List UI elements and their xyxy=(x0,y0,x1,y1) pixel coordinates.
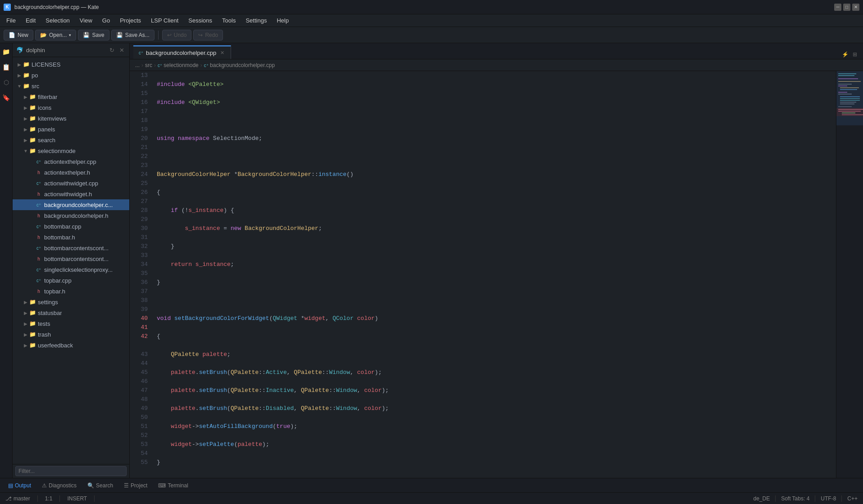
diagnostics-label: Diagnostics xyxy=(49,482,77,489)
filetree-close-button[interactable]: ✕ xyxy=(118,46,126,54)
save-as-icon: 💾 xyxy=(116,32,123,38)
panel-tab-diagnostics[interactable]: ⚠ Diagnostics xyxy=(37,481,81,490)
status-sep-5 xyxy=(815,495,815,502)
maximize-button[interactable]: □ xyxy=(843,4,850,11)
tree-item-tests[interactable]: ▶ 📁 tests xyxy=(13,318,129,329)
file-tree-panel: 🐬 dolphin ↻ ✕ ▶ 📁 LICENSES ▶ 📁 po xyxy=(13,43,130,478)
sidebar-icon-bookmarks[interactable]: 🔖 xyxy=(1,93,11,103)
tree-item-bottombarcontentscont2[interactable]: h bottombarcontentscont... xyxy=(13,253,129,264)
tree-item-actionwithwidget-h[interactable]: h actionwithwidget.h xyxy=(13,189,129,199)
save-button[interactable]: 💾 Save xyxy=(78,30,109,40)
status-language[interactable]: C++ xyxy=(845,494,859,503)
tree-item-bottombar-cpp[interactable]: c⁺ bottombar.cpp xyxy=(13,221,129,232)
filetree-refresh-button[interactable]: ↻ xyxy=(108,46,116,54)
breadcrumb-src[interactable]: src xyxy=(145,62,152,68)
close-button[interactable]: ✕ xyxy=(852,4,859,11)
status-sep-2 xyxy=(59,495,60,502)
status-mode[interactable]: INSERT xyxy=(65,494,89,503)
sidebar-icon-documents[interactable]: 📋 xyxy=(1,62,11,72)
tree-item-topbar-cpp[interactable]: c⁺ topbar.cpp xyxy=(13,275,129,286)
tree-item-search[interactable]: ▶ 📁 search xyxy=(13,135,129,145)
minimize-button[interactable]: ─ xyxy=(834,4,841,11)
code-editor[interactable]: 13 14 15 16 17 18 19 20 21 22 23 24 25 2… xyxy=(130,71,836,478)
new-button[interactable]: 📄 New xyxy=(4,30,33,40)
tree-item-backgroundcolorhelper-cpp[interactable]: c⁺ backgroundcolorhelper.c... xyxy=(13,199,129,210)
terminal-label: Terminal xyxy=(168,482,188,489)
filetree-filter-input[interactable] xyxy=(15,466,127,476)
toolbar: 📄 New 📂 Open... ▾ 💾 Save 💾 Save As... ↩ … xyxy=(0,27,863,43)
menu-lsp-client[interactable]: LSP Client xyxy=(146,15,183,26)
breadcrumb-file[interactable]: c⁺ backgroundcolorhelper.cpp xyxy=(204,62,275,68)
menu-help[interactable]: Help xyxy=(272,15,293,26)
tree-item-kitemviews[interactable]: ▶ 📁 kitemviews xyxy=(13,113,129,124)
locale-label: de_DE xyxy=(753,495,770,502)
tree-item-bottombar-h[interactable]: h bottombar.h xyxy=(13,232,129,243)
breadcrumb-ellipsis[interactable]: ... xyxy=(135,62,140,68)
sidebar-icon-git[interactable]: ⬡ xyxy=(1,77,11,87)
status-locale[interactable]: de_DE xyxy=(751,494,772,503)
window-controls: ─ □ ✕ xyxy=(834,4,859,11)
redo-label: Redo xyxy=(205,32,218,38)
tree-item-panels[interactable]: ▶ 📁 panels xyxy=(13,124,129,135)
tab-label: backgroundcolorhelper.cpp xyxy=(146,50,216,56)
menu-edit[interactable]: Edit xyxy=(21,15,40,26)
redo-button[interactable]: ↪ Redo xyxy=(193,30,223,40)
tree-item-topbar-h[interactable]: h topbar.h xyxy=(13,286,129,297)
tab-backgroundcolorhelper[interactable]: c⁺ backgroundcolorhelper.cpp ✕ xyxy=(133,45,231,59)
tree-item-userfeedback[interactable]: ▶ 📁 userfeedback xyxy=(13,340,129,351)
tree-item-licenses[interactable]: ▶ 📁 LICENSES xyxy=(13,59,129,70)
status-branch[interactable]: ⎇ master xyxy=(4,494,32,503)
menu-selection[interactable]: Selection xyxy=(41,15,74,26)
sidebar-icon-files[interactable]: 📁 xyxy=(1,47,11,57)
menu-sessions[interactable]: Sessions xyxy=(184,15,217,26)
tree-item-src[interactable]: ▼ 📁 src xyxy=(13,81,129,91)
save-as-label: Save As... xyxy=(125,32,150,38)
tree-item-actiontexthelper-cpp[interactable]: c⁺ actiontexthelper.cpp xyxy=(13,156,129,167)
project-label: Project xyxy=(131,482,147,489)
search-icon: 🔍 xyxy=(87,482,94,489)
tree-item-singleclickselectionproxy[interactable]: c⁺ singleclickselectionproxy... xyxy=(13,264,129,275)
panel-tab-project[interactable]: ☰ Project xyxy=(119,481,152,490)
svg-rect-22 xyxy=(836,71,863,125)
menu-file[interactable]: File xyxy=(2,15,20,26)
panel-tab-search[interactable]: 🔍 Search xyxy=(83,481,118,490)
tree-item-po[interactable]: ▶ 📁 po xyxy=(13,70,129,81)
tree-item-settings[interactable]: ▶ 📁 settings xyxy=(13,297,129,307)
bottom-panel-tabs: ▤ Output ⚠ Diagnostics 🔍 Search ☰ Projec… xyxy=(0,478,863,492)
filetree-actions: ↻ ✕ xyxy=(108,46,126,54)
panel-tab-terminal[interactable]: ⌨ Terminal xyxy=(154,481,192,490)
menu-go[interactable]: Go xyxy=(98,15,114,26)
panel-tab-output[interactable]: ▤ Output xyxy=(4,481,36,490)
tree-item-actiontexthelper-h[interactable]: h actiontexthelper.h xyxy=(13,167,129,178)
open-button[interactable]: 📂 Open... ▾ xyxy=(35,30,76,40)
status-bar: ⎇ master 1:1 INSERT de_DE Soft Tabs: 4 U… xyxy=(0,492,863,504)
line-numbers: 13 14 15 16 17 18 19 20 21 22 23 24 25 2… xyxy=(130,71,151,478)
menu-tools[interactable]: Tools xyxy=(218,15,240,26)
breadcrumb: ... › src › c⁺ selectionmode › c⁺ backgr… xyxy=(130,59,863,71)
undo-button[interactable]: ↩ Undo xyxy=(162,30,192,40)
menu-settings[interactable]: Settings xyxy=(241,15,271,26)
tree-item-actionwithwidget-cpp[interactable]: c⁺ actionwithwidget.cpp xyxy=(13,178,129,189)
tree-item-filterbar[interactable]: ▶ 📁 filterbar xyxy=(13,91,129,102)
breadcrumb-selectionmode[interactable]: c⁺ selectionmode xyxy=(158,62,199,68)
tab-nav-prev[interactable]: ⚡ xyxy=(840,50,849,59)
menu-view[interactable]: View xyxy=(75,15,97,26)
tree-item-trash[interactable]: ▶ 📁 trash xyxy=(13,329,129,340)
status-encoding[interactable]: UTF-8 xyxy=(819,494,838,503)
tab-close-button[interactable]: ✕ xyxy=(219,50,225,56)
save-as-button[interactable]: 💾 Save As... xyxy=(111,30,154,40)
undo-icon: ↩ xyxy=(167,32,172,38)
tree-item-selectionmode[interactable]: ▼ 📁 selectionmode xyxy=(13,145,129,156)
tab-nav-grid[interactable]: ⊞ xyxy=(850,50,859,59)
terminal-icon: ⌨ xyxy=(158,482,166,489)
tree-item-statusbar[interactable]: ▶ 📁 statusbar xyxy=(13,307,129,318)
status-indent[interactable]: Soft Tabs: 4 xyxy=(779,494,811,503)
filetree-icon: 🐬 xyxy=(16,47,23,54)
git-icon: ⎇ xyxy=(5,495,12,502)
tree-item-backgroundcolorhelper-h[interactable]: h backgroundcolorhelper.h xyxy=(13,210,129,221)
status-position[interactable]: 1:1 xyxy=(43,494,55,503)
tree-item-bottombarcontentscont1[interactable]: c⁺ bottombarcontentscont... xyxy=(13,243,129,253)
status-sep-3 xyxy=(94,495,95,502)
tree-item-icons[interactable]: ▶ 📁 icons xyxy=(13,102,129,113)
menu-projects[interactable]: Projects xyxy=(115,15,145,26)
